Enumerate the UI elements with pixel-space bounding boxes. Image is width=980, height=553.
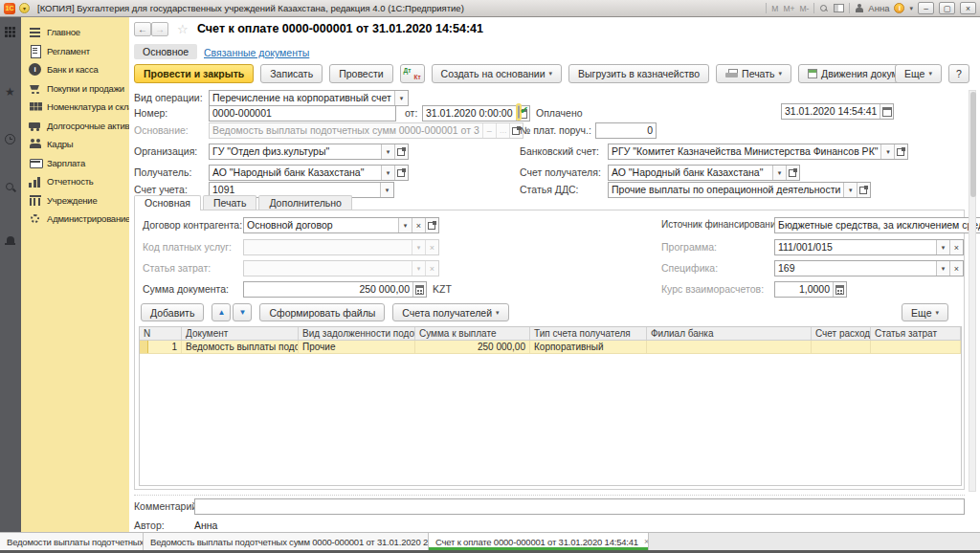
notifications-icon[interactable] bbox=[5, 235, 15, 246]
help-button[interactable]: ? bbox=[948, 64, 969, 83]
dropdown-icon[interactable] bbox=[398, 218, 412, 232]
sidebar-item-purchases-sales[interactable]: Покупки и продажи bbox=[21, 79, 129, 99]
col-cost-item[interactable]: Статья затрат bbox=[871, 327, 961, 340]
restore-button[interactable]: ▢ bbox=[939, 2, 955, 14]
col-n[interactable]: N bbox=[140, 327, 182, 340]
back-button[interactable]: ← bbox=[134, 22, 151, 36]
sidebar-item-nomenclature[interactable]: Номенклатура и склад bbox=[21, 98, 129, 117]
tab-osnovnaya[interactable]: Основная bbox=[134, 195, 201, 210]
dropdown-icon[interactable] bbox=[936, 240, 949, 254]
bank-account-field[interactable]: РГУ "Комитет Казначейства Министерства Ф… bbox=[608, 144, 800, 160]
info-icon[interactable]: i bbox=[894, 3, 904, 13]
search-icon[interactable] bbox=[5, 182, 16, 193]
dropdown-icon[interactable] bbox=[936, 261, 949, 276]
contract-field[interactable]: Основной договор bbox=[243, 217, 439, 233]
memory-m-minus-button[interactable]: M- bbox=[799, 4, 809, 13]
close-button[interactable]: × bbox=[960, 2, 976, 14]
grid-more-button[interactable]: Еще bbox=[902, 303, 948, 321]
more-button[interactable]: Еще bbox=[895, 64, 942, 83]
dropdown-icon[interactable] bbox=[772, 166, 786, 180]
panels-icon[interactable] bbox=[834, 4, 844, 12]
tab-main[interactable]: Основное bbox=[134, 44, 197, 59]
memory-m-plus-button[interactable]: M+ bbox=[783, 4, 794, 13]
export-to-treasury-button[interactable]: Выгрузить в казначейство bbox=[568, 64, 709, 83]
open-button[interactable] bbox=[425, 218, 438, 232]
dropdown-icon[interactable] bbox=[381, 166, 394, 180]
pay-order-field[interactable]: 0 bbox=[595, 122, 657, 139]
save-button[interactable]: Записать bbox=[260, 64, 323, 83]
paid-checkbox[interactable] bbox=[518, 105, 520, 119]
program-field[interactable]: 111/001/015 bbox=[774, 239, 964, 255]
dropdown-icon[interactable] bbox=[380, 183, 393, 197]
minimize-button[interactable]: – bbox=[918, 2, 934, 14]
main-menu-button[interactable]: ▾ bbox=[19, 3, 30, 13]
funding-source-field[interactable]: Бюджетные средства, за исключением средс… bbox=[774, 217, 952, 233]
move-down-button[interactable]: ▼ bbox=[233, 303, 252, 321]
operation-field[interactable]: Перечисление на корпоративный счет bbox=[209, 90, 394, 106]
settlement-rate-field[interactable]: 1,0000 bbox=[774, 281, 847, 298]
minus-button[interactable] bbox=[482, 123, 496, 138]
post-button[interactable]: Провести bbox=[329, 64, 392, 83]
dtkt-postings-button[interactable]: ДтКт bbox=[400, 64, 425, 83]
col-document[interactable]: Документ bbox=[182, 327, 299, 340]
col-account-type[interactable]: Тип счета получателя bbox=[530, 327, 647, 340]
generate-files-button[interactable]: Сформировать файлы bbox=[259, 303, 385, 321]
add-row-button[interactable]: Добавить bbox=[141, 303, 204, 321]
dropdown-icon[interactable] bbox=[880, 144, 894, 159]
clear-icon[interactable] bbox=[949, 261, 963, 276]
post-and-close-button[interactable]: Провести и закрыть bbox=[134, 64, 254, 83]
recipient-account-field[interactable]: АО "Народный банк Казахстана" bbox=[608, 165, 800, 181]
tab-dopolnitelno[interactable]: Дополнительно bbox=[258, 195, 352, 210]
open-button[interactable] bbox=[786, 166, 799, 180]
calendar-button[interactable] bbox=[880, 104, 893, 119]
sidebar-item-hr[interactable]: Кадры bbox=[21, 135, 129, 154]
move-up-button[interactable]: ▲ bbox=[212, 303, 231, 321]
open-button[interactable] bbox=[857, 183, 870, 197]
col-amount[interactable]: Сумма к выплате bbox=[415, 327, 530, 340]
clear-icon[interactable] bbox=[949, 240, 963, 254]
specifics-field[interactable]: 169 bbox=[774, 260, 964, 276]
favorite-star-icon[interactable]: ☆ bbox=[177, 22, 189, 36]
amount-field[interactable]: 250 000,00 bbox=[243, 281, 427, 298]
number-field[interactable]: 0000-000001 bbox=[209, 105, 396, 122]
dropdown-icon[interactable] bbox=[843, 183, 857, 197]
sidebar-item-reglament[interactable]: Регламент bbox=[21, 42, 129, 61]
table-row[interactable]: 1 Ведомость выплаты подотчетн... Прочие … bbox=[140, 341, 961, 354]
date-field[interactable]: 31.01.2020 0:00:00 bbox=[422, 105, 516, 122]
paid-date-field[interactable]: 31.01.2020 14:54:41 bbox=[781, 103, 867, 120]
sidebar-item-institution[interactable]: Учреждение bbox=[21, 191, 129, 210]
open-button[interactable] bbox=[394, 144, 408, 159]
choose-button[interactable] bbox=[496, 123, 509, 138]
basis-field[interactable]: Ведомость выплаты подотчетных сумм 0000-… bbox=[209, 122, 417, 139]
vertical-scrollbar[interactable] bbox=[969, 90, 976, 492]
dropdown-icon[interactable] bbox=[394, 91, 408, 105]
zoom-icon[interactable] bbox=[819, 4, 829, 13]
print-button[interactable]: Печать bbox=[716, 64, 791, 83]
cost-item-field[interactable] bbox=[243, 260, 439, 276]
tab-related-documents[interactable]: Связанные документы bbox=[204, 47, 309, 58]
dropdown-icon[interactable] bbox=[381, 144, 394, 159]
service-menu-icon[interactable] bbox=[5, 27, 15, 37]
close-icon[interactable]: × bbox=[644, 537, 649, 546]
sidebar-item-main[interactable]: Главное bbox=[21, 23, 129, 42]
window-tab-statements-list[interactable]: Ведомости выплаты подотчетных сумм× bbox=[0, 533, 144, 550]
sidebar-item-salary[interactable]: Зарплата bbox=[21, 154, 129, 173]
calculator-button[interactable] bbox=[412, 282, 426, 297]
recipient-accounts-button[interactable]: Счета получателей bbox=[392, 303, 508, 321]
favorites-icon[interactable]: ★ bbox=[5, 86, 15, 98]
window-tab-statement-doc[interactable]: Ведомость выплаты подотчетных сумм 0000-… bbox=[144, 533, 429, 550]
col-expense-account[interactable]: Счет расходов bbox=[812, 327, 871, 340]
open-button[interactable] bbox=[894, 144, 907, 159]
comment-input[interactable] bbox=[194, 498, 965, 515]
sidebar-item-administration[interactable]: Администрирование bbox=[21, 210, 129, 229]
create-on-basis-button[interactable]: Создать на основании bbox=[432, 64, 562, 83]
calculator-button[interactable] bbox=[833, 282, 846, 297]
history-icon[interactable] bbox=[5, 134, 15, 144]
organization-field[interactable]: ГУ "Отдел физ.культуры" bbox=[209, 144, 409, 160]
sidebar-item-longterm-assets[interactable]: Долгосрочные активы bbox=[21, 117, 129, 136]
clear-icon[interactable] bbox=[412, 218, 425, 232]
dds-item-field[interactable]: Прочие выплаты по операционной деятельно… bbox=[608, 182, 800, 198]
forward-button[interactable]: → bbox=[151, 22, 168, 36]
chevron-down-icon[interactable] bbox=[909, 5, 913, 12]
tab-pechat[interactable]: Печать bbox=[203, 195, 256, 210]
